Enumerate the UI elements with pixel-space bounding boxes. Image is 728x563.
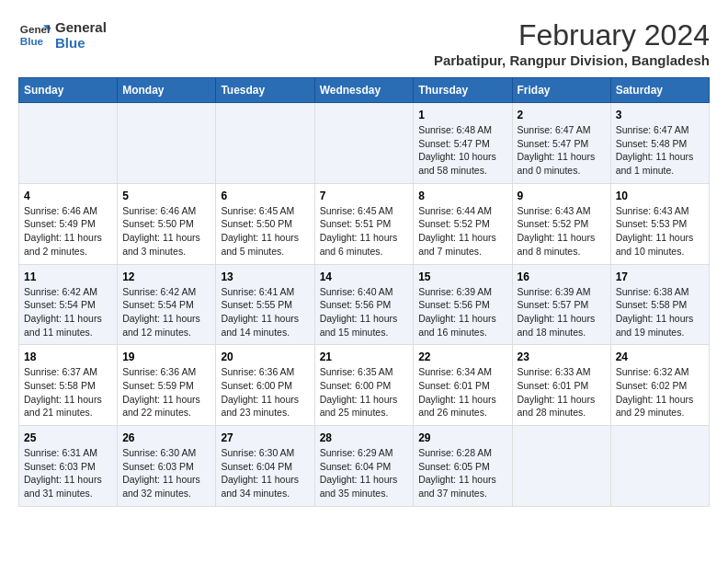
calendar-cell: 10Sunrise: 6:43 AM Sunset: 5:53 PM Dayli…	[610, 183, 709, 264]
day-info: Sunrise: 6:36 AM Sunset: 5:59 PM Dayligh…	[122, 365, 210, 419]
day-number: 23	[518, 350, 606, 363]
day-number: 6	[221, 190, 309, 202]
day-number: 7	[320, 190, 409, 202]
svg-text:Blue: Blue	[20, 35, 44, 47]
calendar-cell: 16Sunrise: 6:39 AM Sunset: 5:57 PM Dayli…	[512, 264, 610, 345]
day-info: Sunrise: 6:30 AM Sunset: 6:03 PM Dayligh…	[122, 446, 210, 500]
calendar-cell	[610, 426, 709, 507]
calendar-cell: 13Sunrise: 6:41 AM Sunset: 5:55 PM Dayli…	[216, 264, 314, 345]
day-number: 17	[616, 270, 704, 283]
calendar-cell: 19Sunrise: 6:36 AM Sunset: 5:59 PM Dayli…	[118, 345, 216, 426]
page-header: General Blue General Blue February 2024 …	[18, 18, 710, 68]
page-title: February 2024	[434, 18, 710, 52]
calendar-cell	[512, 426, 610, 507]
day-info: Sunrise: 6:42 AM Sunset: 5:54 PM Dayligh…	[24, 285, 112, 339]
title-block: February 2024 Parbatipur, Rangpur Divisi…	[434, 18, 710, 68]
day-info: Sunrise: 6:30 AM Sunset: 6:04 PM Dayligh…	[221, 446, 309, 500]
day-number: 9	[518, 190, 606, 202]
calendar-cell: 29Sunrise: 6:28 AM Sunset: 6:05 PM Dayli…	[414, 426, 512, 507]
logo: General Blue General Blue	[18, 18, 107, 52]
day-number: 8	[418, 190, 506, 202]
calendar-cell: 18Sunrise: 6:37 AM Sunset: 5:58 PM Dayli…	[19, 345, 118, 426]
day-number: 24	[616, 350, 704, 363]
day-info: Sunrise: 6:46 AM Sunset: 5:49 PM Dayligh…	[24, 204, 112, 259]
calendar-cell: 4Sunrise: 6:46 AM Sunset: 5:49 PM Daylig…	[19, 183, 118, 264]
day-info: Sunrise: 6:43 AM Sunset: 5:53 PM Dayligh…	[616, 204, 704, 259]
day-info: Sunrise: 6:33 AM Sunset: 6:01 PM Dayligh…	[518, 365, 606, 419]
weekday-header: Saturday	[610, 78, 709, 103]
logo-icon: General Blue	[18, 18, 51, 52]
day-info: Sunrise: 6:31 AM Sunset: 6:03 PM Dayligh…	[24, 446, 112, 500]
day-info: Sunrise: 6:47 AM Sunset: 5:47 PM Dayligh…	[518, 123, 606, 178]
day-info: Sunrise: 6:44 AM Sunset: 5:52 PM Dayligh…	[418, 204, 506, 259]
day-info: Sunrise: 6:46 AM Sunset: 5:50 PM Dayligh…	[122, 204, 210, 259]
weekday-header: Friday	[512, 78, 610, 103]
day-number: 15	[418, 270, 506, 283]
calendar-cell: 3Sunrise: 6:47 AM Sunset: 5:48 PM Daylig…	[610, 103, 709, 184]
calendar-week-row: 25Sunrise: 6:31 AM Sunset: 6:03 PM Dayli…	[19, 426, 710, 507]
day-number: 1	[418, 109, 506, 121]
day-number: 13	[221, 270, 309, 283]
day-info: Sunrise: 6:37 AM Sunset: 5:58 PM Dayligh…	[24, 365, 112, 419]
calendar-cell: 20Sunrise: 6:36 AM Sunset: 6:00 PM Dayli…	[216, 345, 314, 426]
day-number: 21	[320, 350, 409, 363]
calendar-cell	[19, 103, 118, 184]
calendar-cell: 11Sunrise: 6:42 AM Sunset: 5:54 PM Dayli…	[19, 264, 118, 345]
day-number: 10	[616, 190, 704, 202]
weekday-header: Sunday	[19, 78, 118, 103]
calendar-header-row: SundayMondayTuesdayWednesdayThursdayFrid…	[19, 78, 710, 103]
svg-text:General: General	[20, 23, 51, 35]
day-number: 4	[24, 190, 112, 202]
day-number: 14	[320, 270, 409, 283]
calendar-cell: 9Sunrise: 6:43 AM Sunset: 5:52 PM Daylig…	[512, 183, 610, 264]
logo-line1: General	[55, 19, 107, 35]
calendar-cell: 17Sunrise: 6:38 AM Sunset: 5:58 PM Dayli…	[610, 264, 709, 345]
calendar-week-row: 18Sunrise: 6:37 AM Sunset: 5:58 PM Dayli…	[19, 345, 710, 426]
calendar-cell	[216, 103, 314, 184]
page-subtitle: Parbatipur, Rangpur Division, Bangladesh	[434, 52, 710, 68]
calendar-cell: 2Sunrise: 6:47 AM Sunset: 5:47 PM Daylig…	[512, 103, 610, 184]
weekday-header: Wednesday	[314, 78, 414, 103]
calendar-cell: 1Sunrise: 6:48 AM Sunset: 5:47 PM Daylig…	[414, 103, 512, 184]
day-info: Sunrise: 6:39 AM Sunset: 5:56 PM Dayligh…	[418, 285, 506, 339]
day-info: Sunrise: 6:45 AM Sunset: 5:50 PM Dayligh…	[221, 204, 309, 259]
day-number: 22	[418, 350, 506, 363]
calendar-cell: 8Sunrise: 6:44 AM Sunset: 5:52 PM Daylig…	[414, 183, 512, 264]
calendar-cell: 7Sunrise: 6:45 AM Sunset: 5:51 PM Daylig…	[314, 183, 414, 264]
day-number: 25	[24, 431, 112, 444]
calendar-cell: 5Sunrise: 6:46 AM Sunset: 5:50 PM Daylig…	[118, 183, 216, 264]
weekday-header: Thursday	[414, 78, 512, 103]
day-number: 2	[518, 109, 606, 121]
day-info: Sunrise: 6:32 AM Sunset: 6:02 PM Dayligh…	[616, 365, 704, 419]
calendar-cell: 27Sunrise: 6:30 AM Sunset: 6:04 PM Dayli…	[216, 426, 314, 507]
calendar-cell: 6Sunrise: 6:45 AM Sunset: 5:50 PM Daylig…	[216, 183, 314, 264]
calendar-cell: 26Sunrise: 6:30 AM Sunset: 6:03 PM Dayli…	[118, 426, 216, 507]
day-info: Sunrise: 6:45 AM Sunset: 5:51 PM Dayligh…	[320, 204, 409, 259]
day-number: 11	[24, 270, 112, 283]
day-info: Sunrise: 6:48 AM Sunset: 5:47 PM Dayligh…	[418, 123, 506, 178]
calendar-cell: 22Sunrise: 6:34 AM Sunset: 6:01 PM Dayli…	[414, 345, 512, 426]
calendar-cell: 12Sunrise: 6:42 AM Sunset: 5:54 PM Dayli…	[118, 264, 216, 345]
day-info: Sunrise: 6:34 AM Sunset: 6:01 PM Dayligh…	[418, 365, 506, 419]
day-number: 20	[221, 350, 309, 363]
day-info: Sunrise: 6:39 AM Sunset: 5:57 PM Dayligh…	[518, 285, 606, 339]
day-info: Sunrise: 6:28 AM Sunset: 6:05 PM Dayligh…	[418, 446, 506, 500]
calendar-week-row: 4Sunrise: 6:46 AM Sunset: 5:49 PM Daylig…	[19, 183, 710, 264]
day-info: Sunrise: 6:41 AM Sunset: 5:55 PM Dayligh…	[221, 285, 309, 339]
day-number: 28	[320, 431, 409, 444]
calendar-table: SundayMondayTuesdayWednesdayThursdayFrid…	[18, 77, 710, 507]
day-info: Sunrise: 6:47 AM Sunset: 5:48 PM Dayligh…	[616, 123, 704, 178]
day-info: Sunrise: 6:43 AM Sunset: 5:52 PM Dayligh…	[518, 204, 606, 259]
day-info: Sunrise: 6:38 AM Sunset: 5:58 PM Dayligh…	[616, 285, 704, 339]
day-info: Sunrise: 6:36 AM Sunset: 6:00 PM Dayligh…	[221, 365, 309, 419]
calendar-cell: 24Sunrise: 6:32 AM Sunset: 6:02 PM Dayli…	[610, 345, 709, 426]
calendar-cell: 28Sunrise: 6:29 AM Sunset: 6:04 PM Dayli…	[314, 426, 414, 507]
day-number: 29	[418, 431, 506, 444]
day-number: 16	[518, 270, 606, 283]
day-number: 26	[122, 431, 210, 444]
calendar-week-row: 1Sunrise: 6:48 AM Sunset: 5:47 PM Daylig…	[19, 103, 710, 184]
day-number: 5	[122, 190, 210, 202]
calendar-cell: 25Sunrise: 6:31 AM Sunset: 6:03 PM Dayli…	[19, 426, 118, 507]
weekday-header: Tuesday	[216, 78, 314, 103]
calendar-cell	[314, 103, 414, 184]
